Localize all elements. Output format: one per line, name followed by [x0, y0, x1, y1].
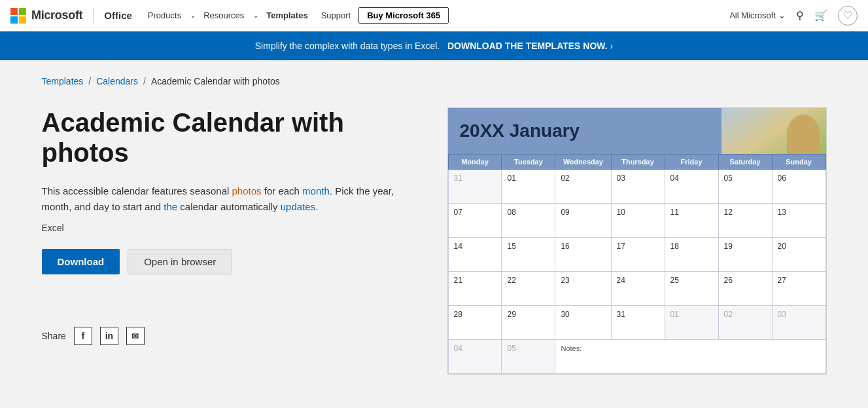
main-content: Templates / Calendars / Academic Calenda… [16, 60, 853, 390]
table-row: 21 22 23 24 25 26 27 [448, 272, 825, 306]
table-cell-notes: Notes: [555, 340, 825, 374]
desc-updates: updates [281, 201, 315, 212]
calendar-table: Monday Tuesday Wednesday Thursday Friday… [448, 154, 826, 374]
download-button[interactable]: Download [42, 249, 120, 274]
product-actions: Download Open in browser [42, 249, 408, 274]
table-cell: 01 [665, 306, 718, 340]
nav-divider [93, 8, 94, 24]
buy-button[interactable]: Buy Microsoft 365 [358, 7, 449, 24]
table-cell: 22 [502, 272, 555, 306]
share-linkedin-button[interactable]: in [100, 327, 118, 345]
product-title: Academic Calendar with photos [42, 107, 408, 168]
table-cell: 12 [718, 204, 772, 238]
cart-button[interactable]: 🛒 [814, 9, 827, 22]
nav-products[interactable]: Products [143, 8, 186, 23]
table-cell: 13 [772, 204, 825, 238]
product-description: This accessible calendar features season… [42, 183, 408, 215]
breadcrumb: Templates / Calendars / Academic Calenda… [42, 76, 827, 86]
breadcrumb-templates-link[interactable]: Templates [42, 76, 84, 86]
product-preview: 20XX January Monday Tuesday Wednesday Th… [447, 107, 827, 375]
table-cell: 10 [611, 204, 665, 238]
breadcrumb-calendars-link[interactable]: Calendars [96, 76, 138, 86]
table-cell: 24 [611, 272, 665, 306]
product-info: Academic Calendar with photos This acces… [42, 107, 408, 345]
brand-logo[interactable]: Microsoft [10, 8, 82, 24]
product-type: Excel [42, 223, 408, 233]
share-email-button[interactable]: ✉ [126, 327, 145, 345]
calendar-preview: 20XX January Monday Tuesday Wednesday Th… [447, 107, 827, 375]
calendar-month-title: 20XX January [460, 121, 580, 141]
cart-icon: 🛒 [814, 9, 827, 22]
promo-banner: Simplify the complex with data types in … [0, 31, 868, 60]
desc-month: month [302, 185, 330, 196]
table-cell: 07 [448, 204, 502, 238]
table-cell: 02 [718, 306, 772, 340]
table-cell: 05 [718, 170, 772, 204]
col-friday: Friday [665, 155, 718, 170]
share-section: Share f in ✉ [42, 327, 408, 345]
share-label: Share [42, 331, 66, 341]
banner-link[interactable]: DOWNLOAD THE TEMPLATES NOW. [447, 41, 608, 51]
table-cell: 18 [665, 238, 718, 272]
photo-decoration [721, 108, 826, 154]
nav-office[interactable]: Office [104, 10, 132, 21]
col-wednesday: Wednesday [555, 155, 611, 170]
table-row: 31 01 02 03 04 05 06 [448, 170, 825, 204]
navbar: Microsoft Office Products ⌄ Resources ⌄ … [0, 0, 868, 31]
table-row: 04 05 Notes: [448, 340, 825, 374]
calendar-body: 31 01 02 03 04 05 06 07 08 09 10 [448, 170, 825, 374]
col-sunday: Sunday [772, 155, 825, 170]
table-cell: 28 [448, 306, 502, 340]
table-cell: 21 [448, 272, 502, 306]
all-ms-chevron-icon: ⌄ [778, 10, 786, 20]
microsoft-logo [10, 8, 26, 24]
nav-links: Products ⌄ Resources ⌄ Templates Support… [143, 7, 449, 24]
table-cell: 03 [772, 306, 825, 340]
user-account-button[interactable]: ♡ [838, 6, 858, 26]
banner-chevron-icon: › [610, 41, 614, 51]
col-saturday: Saturday [718, 155, 772, 170]
table-row: 07 08 09 10 11 12 13 [448, 204, 825, 238]
table-cell: 04 [665, 170, 718, 204]
products-chevron-icon: ⌄ [190, 12, 196, 19]
table-cell: 11 [665, 204, 718, 238]
table-cell: 02 [555, 170, 611, 204]
search-icon: ⚲ [796, 9, 804, 22]
nav-resources[interactable]: Resources [198, 8, 249, 23]
table-row: 28 29 30 31 01 02 03 [448, 306, 825, 340]
table-cell: 23 [555, 272, 611, 306]
table-cell: 08 [502, 204, 555, 238]
table-cell: 01 [502, 170, 555, 204]
breadcrumb-current: Academic Calendar with photos [151, 76, 280, 86]
table-cell: 31 [448, 170, 502, 204]
table-cell: 27 [772, 272, 825, 306]
share-facebook-button[interactable]: f [74, 327, 92, 345]
product-layout: Academic Calendar with photos This acces… [42, 107, 827, 375]
table-cell: 09 [555, 204, 611, 238]
col-monday: Monday [448, 155, 502, 170]
brand-name: Microsoft [31, 9, 82, 22]
table-cell: 14 [448, 238, 502, 272]
calendar-header: 20XX January [448, 108, 826, 154]
desc-the: the [164, 201, 177, 212]
table-cell: 26 [718, 272, 772, 306]
table-cell: 03 [611, 170, 665, 204]
table-cell: 30 [555, 306, 611, 340]
banner-text: Simplify the complex with data types in … [255, 41, 440, 51]
nav-support[interactable]: Support [316, 8, 356, 23]
table-cell: 06 [772, 170, 825, 204]
calendar-photo [721, 108, 826, 154]
table-cell: 05 [502, 340, 555, 374]
user-icon: ♡ [843, 9, 852, 22]
nav-right: All Microsoft ⌄ ⚲ 🛒 ♡ [729, 6, 858, 26]
nav-templates[interactable]: Templates [261, 8, 313, 23]
table-cell: 25 [665, 272, 718, 306]
table-cell: 15 [502, 238, 555, 272]
all-microsoft-menu[interactable]: All Microsoft ⌄ [729, 10, 786, 20]
open-in-browser-button[interactable]: Open in browser [128, 249, 232, 274]
search-button[interactable]: ⚲ [796, 9, 804, 22]
table-cell: 19 [718, 238, 772, 272]
table-cell: 16 [555, 238, 611, 272]
table-cell: 20 [772, 238, 825, 272]
col-tuesday: Tuesday [502, 155, 555, 170]
